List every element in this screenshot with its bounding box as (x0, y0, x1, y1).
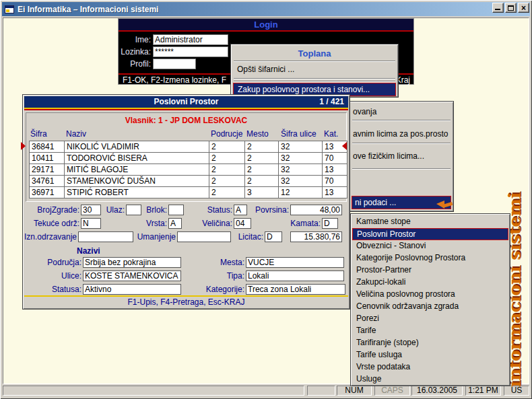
submenu-item[interactable]: Obveznici - Stanovi (352, 240, 508, 252)
login-titlebar: Login (119, 19, 413, 30)
vrsta-label: Vrsta: (143, 218, 167, 229)
app-titlebar: Ei Informatika – Informacioni sistemi (2, 2, 530, 16)
prostor-titlebar: Poslovni Prostor 1 / 421 (24, 96, 348, 108)
profil-label: Profil: (124, 59, 151, 69)
prostor-window-title: Poslovni Prostor (154, 97, 218, 106)
cursor-arrow (436, 198, 454, 213)
submenu-item[interactable]: Tarife (352, 325, 508, 337)
minimize-icon (495, 9, 500, 10)
status-field[interactable]: A (234, 205, 247, 215)
statusbar: NUM CAPS 16.03.2005 1:21 PM US (3, 385, 529, 396)
column-header-podrucje: Podrucje (211, 129, 242, 139)
submenu-item[interactable]: Usluge (352, 373, 508, 386)
table-row[interactable]: 34761 STAMENKOVIĆ DUŠAN 2 2 32 70 (30, 176, 347, 187)
menu-item-fragment-1[interactable]: ovanja (352, 106, 451, 118)
submenu-item[interactable]: Kategorije Poslovnog Prostora (352, 252, 508, 264)
kamata-field[interactable]: D (322, 218, 338, 229)
lang-indicator: US (504, 386, 529, 396)
table-row[interactable]: 36971 STIPIĆ ROBERT 2 3 12 13 (30, 187, 347, 198)
menu-separator (352, 168, 451, 170)
umanjenje-label: Umanjenje (136, 231, 176, 242)
brojzgrade-field[interactable]: 30 (81, 205, 101, 215)
menu-separator (234, 61, 395, 62)
lozinka-field[interactable]: ****** (153, 46, 228, 57)
menu-item-opsti-sifarnici[interactable]: Opšti šifarnici ... (233, 63, 396, 75)
table-row[interactable]: 10411 TODOROVIĆ BISERA 2 2 32 70 (30, 153, 347, 164)
brlok-field[interactable] (168, 205, 184, 215)
prostor-table: 36841 NIKOLIĆ VLADIMIR 2 2 32 13 10411 T… (29, 141, 347, 198)
submenu-item[interactable]: Poslovni Prostor (352, 228, 508, 240)
submenu-item[interactable]: Zakupci-lokali (352, 277, 508, 289)
velicina-field[interactable]: 04 (234, 218, 251, 229)
licitac-field[interactable]: D (265, 231, 282, 242)
login-footer-hint: F1-OK, F2-Izmena lozinke, F (123, 75, 226, 85)
ime-field[interactable]: Administrator (153, 34, 228, 45)
menu-separator (352, 120, 451, 121)
ulice-field[interactable]: KOSTE STAMENKOVICA (83, 270, 181, 281)
restore-icon (508, 5, 514, 11)
umanjenje-field[interactable] (177, 231, 231, 242)
mesta-field[interactable]: VUCJE (246, 257, 344, 268)
izn-odrzavanje-field[interactable] (78, 231, 133, 242)
podrucja-field[interactable]: Srbija bez pokrajina (83, 257, 181, 268)
statusbar-message-panel (3, 386, 304, 396)
kamata-label: Kamata: (284, 218, 321, 229)
selected-row-marker-right (342, 142, 347, 150)
submenu-item[interactable]: Kamatne stope (352, 216, 508, 228)
submenu-item[interactable]: Tarifiranje (stope) (352, 337, 508, 349)
restore-button[interactable] (505, 3, 517, 13)
table-row[interactable]: 36841 NIKOLIĆ VLADIMIR 2 2 32 13 (30, 141, 347, 153)
profil-field[interactable] (153, 59, 196, 69)
tipa-label: Tipa: (209, 270, 244, 281)
povrsina-field[interactable]: 48,00 (290, 205, 342, 215)
login-title: Login (254, 20, 277, 30)
ulaz-label: Ulaz: (102, 205, 125, 215)
submenu-item[interactable]: Veličina poslovnog prostora (352, 289, 508, 301)
num-indicator: NUM (337, 386, 372, 396)
toplana-menu-title: Toplana (231, 48, 398, 59)
ulaz-field[interactable] (126, 205, 141, 215)
time-display: 1:21 PM (465, 386, 501, 396)
application-window: { "colors": { "titlebar_grad_left": "#3A… (0, 0, 532, 399)
tekuce-odrz-label: Tekuće održ: (26, 218, 79, 229)
menu-separator (234, 81, 395, 82)
menu-item-fragment-2[interactable]: avnim licima za pos.prosto (352, 128, 451, 140)
ulice-label: Ulice: (40, 270, 81, 281)
menu-item-fragment-3[interactable]: ove fizičkim licima... (352, 150, 451, 162)
ime-label: Ime: (124, 34, 151, 45)
owner-label: Vlasnik: 1 - JP DOM LESKOVAC (26, 116, 346, 125)
iznos-field[interactable]: 15.380,76 (290, 231, 342, 242)
statusa-label: Statusa: (40, 284, 81, 295)
povrsina-label: Povrsina: (248, 205, 289, 215)
menu-item-fragment-4[interactable] (352, 177, 451, 189)
accent-stripe-yellow (24, 295, 348, 297)
date-display: 16.03.2005 (411, 386, 463, 396)
kategorije-label: Kategorije: (196, 284, 244, 295)
submenu-item[interactable]: Cenovnik održavanja zgrada (352, 301, 508, 313)
tekuce-odrz-field[interactable]: N (81, 218, 101, 229)
licitac-label: Licitac: (233, 231, 263, 242)
record-counter: 1 / 421 (319, 96, 344, 108)
caps-indicator: CAPS (374, 386, 410, 396)
submenu-item[interactable]: Tarife usluga (352, 349, 508, 361)
submenu-item[interactable]: Porezi (352, 313, 508, 325)
accent-stripe-red (24, 109, 348, 110)
minimize-button[interactable] (492, 3, 504, 13)
submenu-item[interactable]: Vrste podataka (352, 361, 508, 373)
vrsta-field[interactable]: A (168, 218, 182, 229)
prostor-footer-hint: F1-Upis, F4-Pretraga, Esc-KRAJ (23, 297, 350, 307)
submenu-item[interactable]: Prostor-Partner (352, 264, 508, 277)
table-row[interactable]: 29171 MITIĆ BLAGOJE 2 2 32 13 (30, 164, 347, 176)
toplana-menu: Toplana Opšti šifarnici ... Zakup poslov… (230, 44, 399, 98)
tipa-field[interactable]: Lokali (246, 270, 344, 281)
close-button[interactable]: × (518, 3, 529, 13)
column-header-mesto: Mesto (246, 129, 269, 139)
velicina-label: Veličina: (195, 218, 232, 229)
statusa-field[interactable]: Aktivno (83, 284, 181, 295)
kategorije-field[interactable]: Treca zona Lokali (246, 284, 345, 295)
column-header-sifra-ulice: Šifra ulice (281, 129, 317, 139)
app-icon (5, 5, 14, 13)
status-label: Status: (201, 205, 232, 215)
column-header-naziv: Naziv (66, 129, 86, 139)
brlok-label: Brlok: (143, 205, 167, 215)
